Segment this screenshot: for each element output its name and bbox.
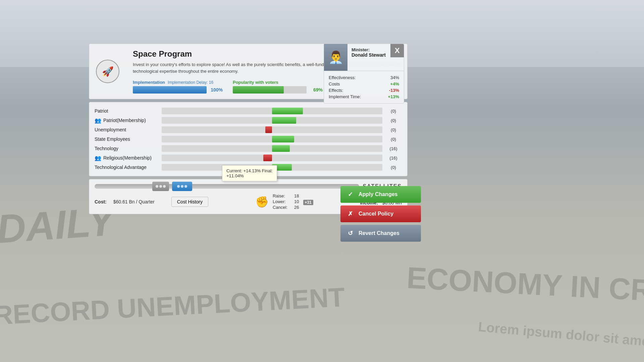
cancel-vote-label: Cancel: [273, 205, 287, 210]
implementation-bar-wrap: 100% [133, 86, 223, 94]
vote-fist-icon: ✊ [255, 195, 269, 208]
effects-value: -13% [389, 88, 399, 93]
cost-label: Cost: [95, 199, 107, 204]
patriot-membership-bar-fill [272, 117, 296, 124]
implement-time-label: Implement Time: [329, 94, 361, 99]
religious-membership-bar-fill [263, 155, 272, 161]
revert-changes-label: Revert Changes [359, 230, 399, 236]
implement-time-row: Implement Time: +13% [329, 94, 399, 100]
apply-changes-button[interactable]: ✓ Apply Changes [340, 186, 421, 203]
effect-name-unemployment: Unemployment [95, 127, 162, 132]
patriot-value: (0) [385, 109, 402, 114]
costs-value: +4% [390, 81, 399, 86]
policy-icon: 🚀 [96, 60, 119, 83]
minister-panel: 👨‍💼 Minister: Donald Stewart X Effective… [324, 44, 404, 104]
effects-panel: Patriot (0) 👥 Patriot(Membership) (0) Un… [89, 102, 408, 176]
popularity-item: Popularity with voters 69% [233, 80, 323, 94]
thumb-dot-6 [184, 185, 187, 188]
delay-label: Implementation Delay: 16 [168, 80, 213, 85]
tooltip-box: Current: +14.13% Final: +11.04% [222, 165, 277, 181]
technology-value: (16) [385, 146, 402, 151]
cost-history-button[interactable]: Cost History [171, 197, 208, 207]
effects-label: Effects: [329, 88, 343, 93]
effect-bar-patriot-membership [162, 117, 382, 124]
cancel-policy-button[interactable]: ✗ Cancel Policy [340, 205, 421, 222]
state-employees-bar-fill [272, 136, 294, 142]
policy-icon-area: 🚀 [89, 44, 126, 99]
apply-check-icon: ✓ [346, 190, 355, 199]
slider-thumb-right[interactable] [172, 182, 192, 191]
effect-name-technology: Technology [95, 146, 162, 151]
thumb-dot-5 [181, 185, 183, 188]
effect-name-religious-membership: 👥 Religious(Membership) [95, 155, 162, 161]
effects-row: Effects: -13% [329, 87, 399, 94]
vote-lower-row: Lower: 10 [273, 199, 299, 204]
patriot-membership-value: (0) [385, 118, 402, 123]
patriot-bar-fill [272, 108, 303, 114]
religious-membership-value: (16) [385, 156, 402, 161]
minister-name-area: Minister: Donald Stewart [347, 44, 390, 71]
vote-stats: Raise: 18 Lower: 10 Cancel: 26 [273, 193, 299, 210]
minister-header: 👨‍💼 Minister: Donald Stewart X [324, 44, 404, 71]
implementation-bar-fill [133, 86, 207, 94]
state-employees-value: (0) [385, 137, 402, 142]
minister-stats: Effectiveness: 34% Costs +4% Effects: -1… [324, 71, 404, 103]
effect-row-patriot: Patriot (0) [95, 106, 402, 116]
effect-name-patriot-membership: 👥 Patriot(Membership) [95, 117, 162, 124]
vote-cancel-row: Cancel: 26 [273, 205, 299, 210]
vote-section: ✊ Raise: 18 Lower: 10 Cancel: 26 +31 [255, 193, 313, 210]
lower-value: 10 [294, 199, 299, 204]
action-buttons: ✓ Apply Changes ✗ Cancel Policy ↺ Revert… [340, 186, 421, 242]
vote-raise-row: Raise: 18 [273, 193, 299, 198]
effect-name-tech-advantage: Technological Advantage [95, 165, 162, 170]
raise-value: 18 [294, 193, 299, 198]
lower-label: Lower: [273, 199, 286, 204]
thumb-dot-3 [163, 185, 166, 188]
slider-track[interactable] [95, 184, 359, 189]
implementation-item: Implementation Implementation Delay: 16 … [133, 80, 223, 94]
implementation-bar-bg [133, 86, 207, 94]
effect-row-patriot-membership: 👥 Patriot(Membership) (0) [95, 116, 402, 125]
thumb-dot-4 [177, 185, 180, 188]
revert-changes-button[interactable]: ↺ Revert Changes [340, 225, 421, 242]
thumb-dot-2 [159, 185, 162, 188]
thumb-dot-1 [156, 185, 158, 188]
technology-bar-fill [272, 145, 290, 152]
effect-bar-unemployment [162, 126, 382, 133]
slider-thumb-left[interactable] [152, 182, 169, 191]
popularity-bar-fill [233, 86, 284, 94]
effect-row-religious-membership: 👥 Religious(Membership) (16) [95, 153, 402, 163]
effect-bar-religious-membership [162, 155, 382, 161]
cancel-x-icon: ✗ [346, 209, 355, 218]
implement-time-value: +13% [388, 94, 399, 99]
effect-row-technology: Technology (16) [95, 144, 402, 153]
cost-value: $60.61 Bn / Quarter [113, 199, 155, 204]
effectiveness-row: Effectiveness: 34% [329, 74, 399, 81]
effectiveness-label: Effectiveness: [329, 75, 356, 80]
revert-icon: ↺ [346, 229, 355, 238]
effect-bar-state-employees [162, 136, 382, 142]
effect-row-state-employees: State Employees (0) [95, 134, 402, 144]
raise-label: Raise: [273, 193, 285, 198]
effect-name-patriot: Patriot [95, 108, 162, 114]
minister-label: Minister: [352, 47, 386, 52]
religious-icon: 👥 [95, 155, 101, 161]
costs-label: Costs [329, 81, 340, 86]
effect-bar-patriot [162, 108, 382, 114]
cancel-vote-value: 26 [294, 205, 299, 210]
implementation-pct: 100% [209, 87, 223, 93]
implementation-label: Implementation [133, 80, 165, 85]
close-button[interactable]: X [390, 44, 404, 57]
effect-name-state-employees: State Employees [95, 136, 162, 142]
effect-row-unemployment: Unemployment (0) Current: +14.13% Final:… [95, 125, 402, 134]
cancel-policy-label: Cancel Policy [359, 211, 393, 217]
unemployment-bar-fill [265, 126, 272, 133]
popularity-label: Popularity with voters [233, 80, 323, 85]
membership-icon: 👥 [95, 117, 101, 124]
apply-changes-label: Apply Changes [359, 191, 397, 197]
effectiveness-value: 34% [390, 75, 399, 80]
costs-row: Costs +4% [329, 81, 399, 87]
popularity-bar-bg [233, 86, 307, 94]
unemployment-value: (0) [385, 127, 402, 132]
popularity-bar-wrap: 69% [233, 86, 323, 94]
